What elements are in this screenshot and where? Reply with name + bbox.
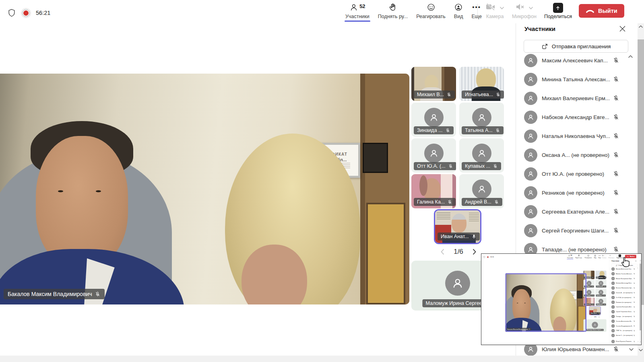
- avatar: [611, 310, 615, 313]
- speaker-muted-icon: [515, 2, 525, 13]
- mic-off-icon: [634, 306, 635, 308]
- view-icon: [454, 3, 463, 12]
- mic-off-icon[interactable]: [613, 95, 619, 102]
- video-tile-bottom: Маломуж Ирина Сергее: [584, 319, 607, 332]
- close-icon[interactable]: [619, 25, 626, 32]
- video-tile[interactable]: Андрей В...: [459, 174, 504, 208]
- raise-hand-label: Поднять ру...: [378, 14, 408, 19]
- scroll-up-icon[interactable]: [638, 25, 643, 29]
- mic-options-chevron-icon[interactable]: [528, 4, 533, 11]
- mic-off-icon: [592, 295, 594, 296]
- participants-label: Участники: [567, 257, 573, 259]
- avatar: [445, 271, 470, 296]
- participant-row[interactable]: Сергей Георгиевич Шаги...: [516, 221, 638, 240]
- raise-hand-button[interactable]: Поднять ру...: [377, 3, 409, 19]
- toolbar-right: Камера Микрофон: [600, 255, 636, 259]
- mic-off-icon[interactable]: [613, 208, 619, 215]
- participant-row[interactable]: Минина Татьяна Алексан...: [516, 70, 638, 89]
- video-tile: Отт Ю.А. (...: [584, 288, 595, 297]
- participant-row[interactable]: Максим Алексеевич Кап...: [516, 51, 638, 70]
- video-tile[interactable]: Отт Ю.А. (...: [411, 138, 456, 173]
- pager-next-icon[interactable]: [472, 248, 477, 255]
- active-speaker-tile[interactable]: Иван Анат...: [435, 210, 480, 243]
- leave-button[interactable]: Выйти: [579, 4, 624, 18]
- screen-share-preview[interactable]: 56:16 52 Участники Поднять ру...: [481, 253, 642, 345]
- mic-off-icon[interactable]: [613, 76, 619, 83]
- main-video-tile[interactable]: СЕРТИФИКАТ 20 000 рубл... Бакалов Максим…: [0, 74, 409, 304]
- camera-button[interactable]: Камера: [485, 3, 505, 19]
- mic-off-icon[interactable]: [613, 346, 619, 353]
- tile-name: Маломуж Ирина Сергее: [425, 300, 482, 306]
- toolbar-divider: [477, 4, 478, 18]
- video-tile[interactable]: Михаил В...: [411, 67, 456, 101]
- mic-off-icon: [634, 316, 635, 317]
- view-button[interactable]: Вид: [453, 3, 464, 19]
- participants-button: 52 Участники: [567, 255, 573, 259]
- avatar: [524, 224, 537, 237]
- tile-name: Галина Ка...: [585, 304, 592, 305]
- video-tile: Купавых ...: [595, 288, 607, 297]
- avatar: [586, 281, 591, 286]
- react-smiley-icon: [427, 3, 436, 12]
- grid-pager: 1/6: [590, 316, 600, 319]
- view-button: Вид: [594, 255, 597, 259]
- participant-row[interactable]: Михаил Валериевич Ерм...: [516, 89, 638, 108]
- man-eye: [517, 303, 518, 303]
- video-tile[interactable]: Купавых ...: [459, 138, 504, 173]
- mic-off-icon[interactable]: [613, 227, 619, 234]
- video-tile[interactable]: Игнатьева...: [459, 67, 504, 101]
- mic-off-icon[interactable]: [613, 57, 619, 64]
- participant-row[interactable]: Резников (не проверено): [516, 183, 638, 202]
- participant-row[interactable]: Наталья Николаевна Чуп...: [516, 127, 638, 146]
- scroll-down-icon[interactable]: [638, 348, 643, 352]
- mic-off-icon[interactable]: [613, 189, 619, 196]
- participant-name: Набоков Александр Евге...: [616, 282, 633, 284]
- participant-row: Числов О... (не проверено): [609, 333, 640, 338]
- mic-button[interactable]: Микрофон: [511, 3, 537, 19]
- speaker-muted-icon: [609, 255, 612, 257]
- banner-text-shape: [598, 307, 600, 309]
- woman-figure: [550, 288, 576, 332]
- mic-off-icon[interactable]: [613, 114, 619, 121]
- mic-off-icon[interactable]: [613, 246, 619, 253]
- participant-name: Минина Татьяна Алексан...: [616, 273, 633, 275]
- video-tile[interactable]: Татьяна А...: [459, 103, 504, 137]
- participant-row[interactable]: Сергеева Екатерина Але...: [516, 202, 638, 221]
- camera-options-chevron-icon[interactable]: [500, 4, 504, 11]
- tile-name: Зинаида ...: [585, 286, 591, 288]
- participants-count: 52: [571, 255, 572, 256]
- participant-name: Юлия Юрьевна Романен...: [616, 341, 633, 342]
- pager-prev-icon[interactable]: [440, 248, 445, 255]
- mic-off-icon: [634, 273, 635, 274]
- participant-row[interactable]: Отт Ю.А. (не проверено): [516, 165, 638, 183]
- participant-row[interactable]: Набоков Александр Евге...: [516, 108, 638, 127]
- video-tile[interactable]: Зинаида ...: [411, 103, 456, 137]
- participant-name: Юлия Юрьевна Романен...: [542, 346, 609, 352]
- camera-options-chevron-icon: [605, 255, 607, 257]
- mic-off-icon[interactable]: [613, 152, 619, 158]
- mic-on-icon: [471, 234, 477, 239]
- banner-text-shape: [469, 213, 479, 221]
- tile-name: Галина Ка...: [417, 199, 445, 205]
- participants-button[interactable]: 52 Участники: [345, 3, 370, 19]
- man-hair: [512, 285, 532, 299]
- security-shield-icon[interactable]: [7, 8, 16, 18]
- mic-off-icon[interactable]: [613, 133, 619, 140]
- react-label: Реагировать: [416, 14, 446, 19]
- tile-name-badge: Галина Ка...: [584, 304, 594, 306]
- tile-name: Купавых ...: [597, 295, 603, 296]
- list-scroll-down-icon[interactable]: [629, 348, 634, 352]
- mic-off-icon: [495, 92, 501, 97]
- participant-row: Татьяна Анатольевна Ве...: [609, 319, 640, 324]
- participant-row[interactable]: Оксана А... (не проверено): [516, 146, 638, 165]
- speaker-head-shape: [452, 214, 466, 232]
- share-button[interactable]: Поделиться: [543, 3, 573, 19]
- list-scroll-up-icon[interactable]: [628, 55, 633, 59]
- avatar: [472, 179, 491, 199]
- close-icon: [635, 260, 637, 262]
- mic-off-icon[interactable]: [613, 171, 619, 177]
- mic-button: Микрофон: [608, 255, 615, 259]
- invite-button: Отправка приглашения: [611, 264, 638, 267]
- video-tile[interactable]: Галина Ка...: [411, 174, 456, 208]
- react-button[interactable]: Реагировать: [415, 3, 446, 19]
